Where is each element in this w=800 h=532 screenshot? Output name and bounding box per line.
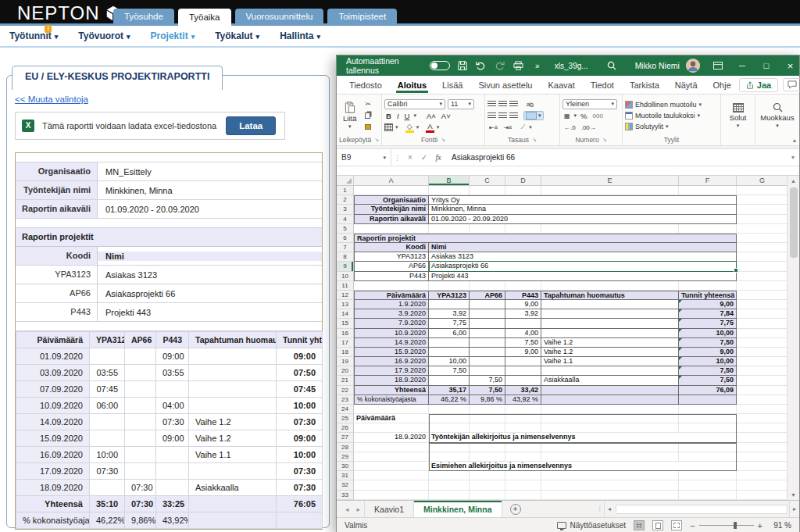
cell[interactable]: 33,42: [505, 386, 541, 395]
scroll-right-icon[interactable]: ▸: [789, 501, 799, 517]
cell[interactable]: [470, 491, 505, 500]
cell[interactable]: [679, 480, 737, 490]
cell[interactable]: [541, 405, 679, 414]
cell[interactable]: [737, 195, 788, 205]
cell[interactable]: Tunnit yhteensä: [679, 291, 737, 300]
cell[interactable]: Nimi: [429, 243, 737, 252]
cell[interactable]: 14.9.2020: [354, 338, 429, 348]
cell[interactable]: [354, 186, 429, 195]
cell[interactable]: 9,00: [679, 300, 737, 309]
cell[interactable]: [737, 471, 788, 480]
cell[interactable]: [737, 281, 788, 291]
cell[interactable]: 7,50: [505, 338, 541, 348]
cell[interactable]: 9,00: [505, 300, 541, 309]
cell[interactable]: 7,50: [429, 366, 470, 376]
select-all-corner[interactable]: [337, 176, 354, 185]
cell[interactable]: YPA3123: [429, 291, 470, 300]
ribbon-tab[interactable]: Lisää: [434, 77, 470, 93]
cell[interactable]: [737, 243, 788, 252]
row-header[interactable]: 4: [337, 215, 354, 224]
cut-icon[interactable]: ✂: [363, 100, 373, 109]
cell[interactable]: [737, 329, 788, 338]
dialog-launcher-icon[interactable]: ↘: [441, 137, 445, 143]
row-header[interactable]: 14: [337, 309, 354, 319]
cell[interactable]: [429, 471, 470, 480]
cell[interactable]: [429, 376, 470, 385]
copy-icon[interactable]: [363, 111, 373, 120]
cell[interactable]: [470, 319, 505, 328]
cell[interactable]: 76,09: [679, 386, 737, 395]
nav-item[interactable]: Työkalut▾: [215, 30, 259, 41]
cell[interactable]: [470, 309, 505, 319]
row-header[interactable]: 22: [337, 386, 354, 395]
cell[interactable]: 3.9.2020: [354, 309, 429, 319]
cell[interactable]: 18.9.2020: [354, 376, 429, 385]
cell[interactable]: [541, 281, 679, 291]
top-tab[interactable]: Vuorosuunnittelu: [235, 9, 324, 26]
row-header[interactable]: 6: [337, 234, 354, 243]
cell[interactable]: 7,84: [679, 309, 737, 319]
cell[interactable]: [354, 224, 429, 234]
cell[interactable]: [354, 443, 429, 452]
cell[interactable]: 7.9.2020: [354, 319, 429, 328]
ribbon-tab[interactable]: Kaavat: [540, 77, 582, 93]
cell[interactable]: Yhteensä: [354, 386, 429, 395]
cell[interactable]: Tapahtuman huomautus: [541, 291, 679, 300]
cell[interactable]: [470, 405, 505, 414]
cell[interactable]: 10,00: [429, 357, 470, 366]
top-tab[interactable]: Työaika: [178, 9, 231, 28]
hscroll-thumb[interactable]: [616, 505, 788, 514]
cell[interactable]: [541, 471, 679, 480]
cell[interactable]: [737, 234, 788, 243]
vscroll-thumb[interactable]: [790, 187, 798, 258]
cell[interactable]: 7,75: [679, 319, 737, 328]
cell[interactable]: [679, 224, 737, 234]
row-header[interactable]: 11: [337, 281, 354, 291]
cell[interactable]: [470, 348, 505, 357]
align-left-icon[interactable]: [488, 112, 496, 119]
cell[interactable]: [354, 423, 429, 433]
cell[interactable]: [541, 329, 679, 338]
cell[interactable]: [541, 386, 679, 395]
cell[interactable]: [429, 491, 470, 500]
row-header[interactable]: 19: [337, 357, 354, 366]
cell[interactable]: [505, 281, 541, 291]
cancel-entry-icon[interactable]: ×: [403, 153, 417, 162]
format-painter-icon[interactable]: [363, 123, 373, 131]
display-settings-button[interactable]: Näyttöasetukset: [557, 521, 626, 530]
row-header[interactable]: 16: [337, 329, 354, 338]
column-header[interactable]: B: [429, 176, 470, 185]
redo-icon[interactable]: [494, 59, 506, 72]
nav-item[interactable]: Hallinta▾: [280, 30, 320, 41]
cell[interactable]: Minkkinen, Minna: [429, 205, 737, 214]
cell[interactable]: [354, 462, 429, 471]
row-header[interactable]: 9: [337, 262, 354, 271]
cell-styles-button[interactable]: Solutyylit▾: [625, 122, 718, 132]
cell[interactable]: % kokonaistyöajasta: [354, 395, 429, 405]
cell[interactable]: P443: [505, 291, 541, 300]
sheet-next-icon[interactable]: ▸: [353, 505, 365, 513]
cell[interactable]: Raportin projektit: [354, 234, 737, 243]
sheet-prev-icon[interactable]: ◂: [341, 505, 353, 513]
conditional-formatting-button[interactable]: Ehdollinen muotoilu▾: [625, 100, 718, 110]
cell[interactable]: [429, 300, 470, 309]
cell[interactable]: [505, 357, 541, 366]
cell[interactable]: [737, 224, 788, 234]
cell[interactable]: [679, 186, 737, 195]
cell[interactable]: [541, 423, 679, 433]
download-button[interactable]: Lataa: [226, 116, 276, 135]
cell[interactable]: [541, 443, 679, 452]
row-header[interactable]: 31: [337, 471, 354, 480]
font-size-select[interactable]: 11▾: [448, 99, 474, 109]
cell[interactable]: Päivämäärä: [354, 414, 429, 423]
cell[interactable]: Työntekijän nimi: [354, 205, 429, 214]
cell[interactable]: Koodi: [354, 243, 429, 252]
cell[interactable]: [470, 357, 505, 366]
cell[interactable]: Asiakkaalla: [541, 376, 679, 385]
cell[interactable]: [505, 319, 541, 328]
column-header[interactable]: C: [470, 176, 505, 185]
row-header[interactable]: 23: [337, 395, 354, 405]
row-header[interactable]: 7: [337, 243, 354, 252]
decrease-indent-icon[interactable]: ⇤≡: [488, 124, 499, 131]
cell[interactable]: [470, 452, 505, 462]
